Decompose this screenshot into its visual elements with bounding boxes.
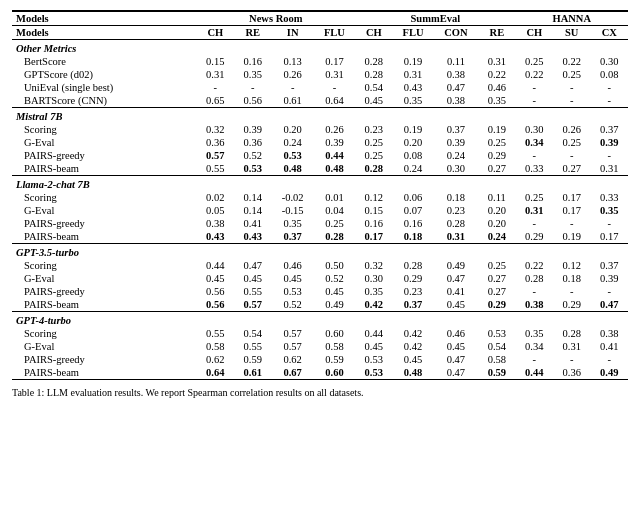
metric-value: 0.28 [355,68,392,81]
metric-value: 0.26 [271,68,313,81]
metric-value: - [553,285,590,298]
metric-value: 0.24 [392,162,433,176]
metric-value: 0.57 [197,149,234,162]
model-name: BertScore [12,55,197,68]
model-name: PAIRS-beam [12,298,197,312]
metric-value: 0.23 [355,123,392,136]
ha-su-header: SU [553,26,590,40]
metric-value: 0.22 [516,259,553,272]
metric-value: 0.39 [590,272,628,285]
metric-value: 0.28 [314,230,355,244]
metric-value: - [516,94,553,108]
metric-value: 0.52 [271,298,313,312]
model-name: PAIRS-greedy [12,217,197,230]
metric-value: - [516,353,553,366]
metric-value: 0.35 [516,327,553,340]
metric-value: - [553,81,590,94]
metric-value: 0.25 [553,136,590,149]
metric-value: 0.38 [516,298,553,312]
metric-value: 0.16 [355,217,392,230]
metric-value: 0.36 [553,366,590,380]
metric-value: 0.08 [392,149,433,162]
metric-value: 0.07 [392,204,433,217]
metric-value: 0.22 [516,68,553,81]
metric-value: 0.18 [392,230,433,244]
metric-value: 0.26 [314,123,355,136]
metric-value: -0.15 [271,204,313,217]
metric-value: 0.15 [355,204,392,217]
metric-value: 0.37 [434,123,479,136]
se-con-header: CON [434,26,479,40]
model-name: BARTScore (CNN) [12,94,197,108]
metric-value: 0.24 [478,230,515,244]
metric-value: 0.06 [392,191,433,204]
metric-value: 0.17 [314,55,355,68]
metric-value: 0.32 [197,123,234,136]
metric-value: 0.64 [197,366,234,380]
section-title-3: GPT-3.5-turbo [12,244,590,260]
metric-value: 0.46 [271,259,313,272]
metric-value: - [197,81,234,94]
metric-value: 0.31 [392,68,433,81]
metric-value: 0.24 [271,136,313,149]
metric-value: 0.47 [434,272,479,285]
metric-value: 0.57 [271,327,313,340]
table-row: G-Eval0.360.360.240.390.250.200.390.250.… [12,136,628,149]
metric-value: 0.05 [197,204,234,217]
metric-value: - [516,149,553,162]
metric-value: 0.24 [434,149,479,162]
metric-value: 0.35 [590,204,628,217]
se-flu-header: FLU [392,26,433,40]
metric-value: 0.58 [478,353,515,366]
metric-value: 0.25 [516,191,553,204]
metric-value: - [271,81,313,94]
section-label-2: Llama-2-chat 7B [12,176,628,192]
metric-value: 0.44 [355,327,392,340]
metric-value: 0.37 [392,298,433,312]
table-row: PAIRS-beam0.550.530.480.480.280.240.300.… [12,162,628,176]
metric-value: 0.35 [392,94,433,108]
sub-header-row: Models CH RE IN FLU CH FLU CON RE CH SU … [12,26,628,40]
metric-value: 0.60 [314,366,355,380]
metric-value: 0.31 [314,68,355,81]
metric-value: 0.43 [234,230,271,244]
metric-value: 0.55 [234,340,271,353]
metric-value: 0.25 [478,259,515,272]
section-label-1: Mistral 7B [12,108,628,124]
metric-value: 0.61 [234,366,271,380]
metric-value: 0.45 [271,272,313,285]
metric-value: 0.46 [434,327,479,340]
section-label-4: GPT-4-turbo [12,312,628,328]
metric-value: 0.31 [516,204,553,217]
model-name: G-Eval [12,272,197,285]
metric-value: 0.55 [234,285,271,298]
metric-value: 0.17 [590,230,628,244]
metric-value: 0.25 [314,217,355,230]
metric-value: 0.59 [478,366,515,380]
metric-value: 0.52 [314,272,355,285]
metric-value: 0.48 [271,162,313,176]
metric-value: 0.26 [553,123,590,136]
metric-value: 0.48 [392,366,433,380]
metric-value: - [553,353,590,366]
model-name: Scoring [12,327,197,340]
metric-value: - [553,217,590,230]
table-row: GPTScore (d02)0.310.350.260.310.280.310.… [12,68,628,81]
metric-value: 0.45 [314,285,355,298]
metric-value: 0.30 [516,123,553,136]
metric-value: 0.41 [234,217,271,230]
se-ch-header: CH [355,26,392,40]
nr-flu-header: FLU [314,26,355,40]
metric-value: 0.17 [553,204,590,217]
metric-value: 0.53 [355,353,392,366]
metric-value: 0.45 [392,353,433,366]
metric-value: 0.45 [355,340,392,353]
metric-value: 0.49 [314,298,355,312]
model-name: PAIRS-greedy [12,149,197,162]
table-row: PAIRS-greedy0.570.520.530.440.250.080.24… [12,149,628,162]
metric-value: 0.20 [478,204,515,217]
metric-value: 0.29 [478,149,515,162]
metric-value: 0.36 [234,136,271,149]
metric-value: - [590,149,628,162]
table-row: BertScore0.150.160.130.170.280.190.110.3… [12,55,628,68]
